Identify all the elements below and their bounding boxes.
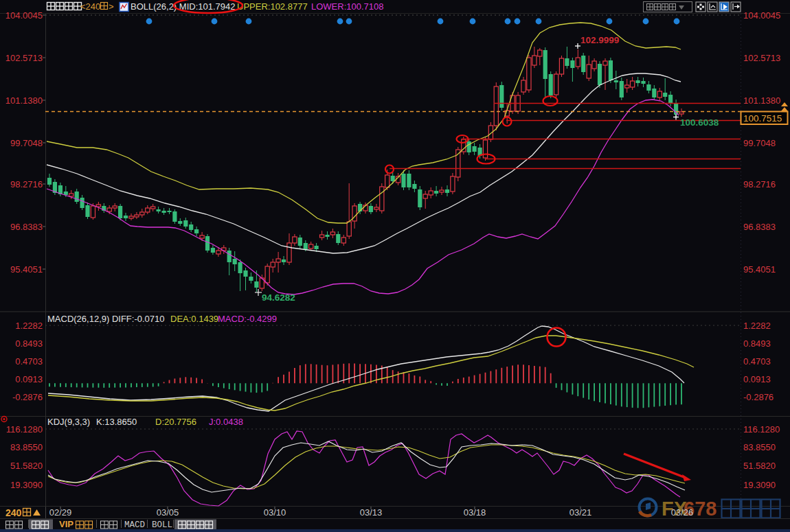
svg-text:100.7515: 100.7515 — [743, 113, 782, 124]
svg-text:UPPER:102.8777: UPPER:102.8777 — [237, 1, 308, 12]
svg-text:1.2282: 1.2282 — [743, 321, 771, 331]
svg-text:0.4703: 0.4703 — [743, 356, 771, 367]
svg-text:98.2716: 98.2716 — [10, 179, 43, 189]
svg-text:0.8493: 0.8493 — [743, 338, 771, 349]
svg-text:0.0913: 0.0913 — [743, 374, 771, 384]
svg-text:102.5713: 102.5713 — [743, 53, 780, 63]
svg-text:96.8383: 96.8383 — [10, 222, 43, 232]
svg-text:98.2716: 98.2716 — [743, 179, 776, 189]
svg-text:BOLL: BOLL — [152, 520, 172, 530]
svg-text:99.7048: 99.7048 — [743, 138, 776, 148]
svg-text:19.3090: 19.3090 — [10, 480, 43, 490]
svg-text:LOWER:100.7108: LOWER:100.7108 — [311, 1, 384, 12]
svg-text:-0.2876: -0.2876 — [743, 392, 774, 402]
svg-text:-0.2876: -0.2876 — [12, 392, 43, 402]
svg-text:104.0045: 104.0045 — [5, 10, 43, 21]
svg-text:0.4703: 0.4703 — [15, 356, 43, 367]
svg-text:MACD: MACD — [124, 520, 145, 530]
svg-text:95.4051: 95.4051 — [10, 264, 43, 275]
svg-text:>: > — [109, 1, 114, 12]
svg-text:94.6282: 94.6282 — [262, 292, 295, 303]
svg-text:116.1280: 116.1280 — [6, 424, 43, 435]
svg-text:51.5820: 51.5820 — [10, 461, 43, 471]
svg-text:83.8550: 83.8550 — [743, 442, 776, 452]
svg-text:116.1280: 116.1280 — [743, 424, 780, 435]
svg-text:D:20.7756: D:20.7756 — [155, 417, 196, 427]
svg-text:0.8493: 0.8493 — [15, 338, 43, 349]
svg-text:100.6038: 100.6038 — [680, 117, 719, 128]
svg-text:101.1380: 101.1380 — [743, 95, 780, 106]
svg-text:0.0913: 0.0913 — [15, 374, 43, 384]
svg-text:102.9999: 102.9999 — [580, 35, 619, 45]
svg-text:240: 240 — [5, 507, 22, 518]
svg-text:K:13.8650: K:13.8650 — [96, 417, 137, 427]
svg-text:KDJ(9,3,3): KDJ(9,3,3) — [47, 417, 90, 427]
svg-text:<240: <240 — [80, 1, 100, 12]
svg-text:96.8383: 96.8383 — [743, 222, 776, 232]
svg-text:DEA:0.1439: DEA:0.1439 — [170, 314, 218, 324]
svg-text:MACD(26,12,9) DIFF:-0.0710: MACD(26,12,9) DIFF:-0.0710 — [47, 314, 165, 324]
svg-text:95.4051: 95.4051 — [743, 264, 776, 275]
svg-text:19.3090: 19.3090 — [743, 480, 776, 490]
svg-text:51.5820: 51.5820 — [743, 461, 776, 471]
svg-text:MACD:-0.4299: MACD:-0.4299 — [218, 314, 277, 324]
svg-text:J:0.0438: J:0.0438 — [209, 417, 243, 427]
svg-text:99.7048: 99.7048 — [10, 138, 43, 148]
svg-text:104.0045: 104.0045 — [743, 10, 780, 21]
svg-text:VIP: VIP — [59, 519, 74, 529]
svg-text:83.8550: 83.8550 — [10, 442, 43, 452]
svg-text:102.5713: 102.5713 — [5, 53, 43, 63]
svg-text:1.2282: 1.2282 — [15, 321, 43, 331]
svg-text:101.1380: 101.1380 — [5, 95, 43, 106]
